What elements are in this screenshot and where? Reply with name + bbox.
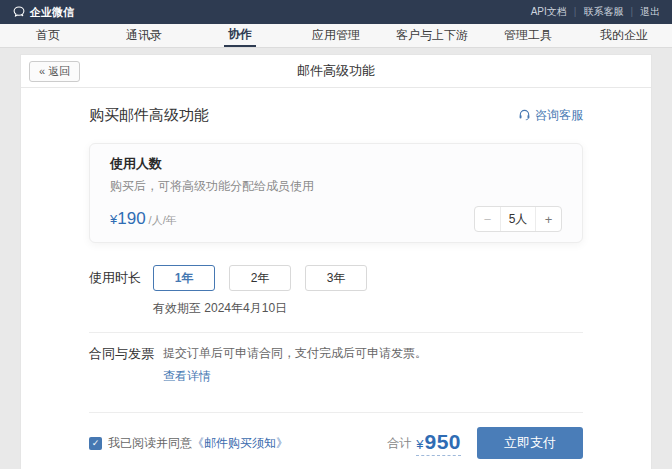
- user-count-stepper: − 5人 +: [474, 206, 562, 232]
- panel-body: 购买邮件高级功能 咨询客服 使用人数 购买后，可将高级功能分配给成员使用 ¥19…: [21, 88, 651, 469]
- nav-tab[interactable]: 我的企业: [576, 24, 672, 47]
- user-count-card: 使用人数 购买后，可将高级功能分配给成员使用 ¥190 /人/年 − 5人 +: [89, 143, 583, 243]
- card-price-row: ¥190 /人/年 − 5人 +: [110, 206, 562, 232]
- increment-button[interactable]: +: [536, 207, 561, 231]
- agree-text: 我已阅读并同意: [108, 435, 192, 452]
- nav-tab[interactable]: 首页: [0, 24, 96, 47]
- page-title: 邮件高级功能: [297, 62, 375, 80]
- price-unit: /人/年: [149, 213, 177, 228]
- decrement-button[interactable]: −: [475, 207, 500, 231]
- duration-option[interactable]: 3年: [305, 265, 367, 291]
- unit-price: ¥190 /人/年: [110, 209, 177, 229]
- pay-group: 合计 ¥950 立即支付: [387, 427, 583, 459]
- total-price: ¥950: [416, 430, 461, 456]
- brand[interactable]: 企业微信: [12, 5, 74, 20]
- user-count-value[interactable]: 5人: [500, 207, 536, 231]
- pay-button[interactable]: 立即支付: [477, 427, 583, 459]
- wecom-logo-icon: [12, 5, 26, 19]
- brand-name: 企业微信: [30, 5, 74, 20]
- heading-row: 购买邮件高级功能 咨询客服: [89, 106, 583, 125]
- currency-symbol: ¥: [110, 212, 117, 227]
- main-nav: 首页通讯录协作应用管理客户与上下游管理工具我的企业: [0, 24, 672, 48]
- card-title: 使用人数: [110, 155, 562, 173]
- total-amount: 950: [424, 430, 461, 454]
- consult-link[interactable]: 咨询客服: [518, 107, 583, 124]
- nav-tab[interactable]: 通讯录: [96, 24, 192, 47]
- duration-label: 使用时长: [89, 269, 153, 287]
- card-subtitle: 购买后，可将高级功能分配给成员使用: [110, 178, 562, 195]
- contract-row: 合同与发票 提交订单后可申请合同，支付完成后可申请发票。 查看详情: [89, 333, 583, 397]
- duration-row: 使用时长 1年2年3年: [89, 265, 583, 291]
- agreement-row: 我已阅读并同意 《邮件购买须知》: [89, 435, 288, 452]
- section-heading: 购买邮件高级功能: [89, 106, 209, 125]
- contract-body: 提交订单后可申请合同，支付完成后可申请发票。 查看详情: [163, 345, 427, 385]
- nav-tab[interactable]: 应用管理: [288, 24, 384, 47]
- duration-option[interactable]: 1年: [153, 265, 215, 291]
- view-details-link[interactable]: 查看详情: [163, 368, 211, 385]
- topbar-link[interactable]: API文档: [531, 5, 567, 19]
- total-label: 合计: [387, 435, 411, 452]
- panel: « 返回 邮件高级功能 购买邮件高级功能 咨询客服 使用人数 购买后，可将高级功…: [20, 54, 652, 469]
- back-button[interactable]: « 返回: [29, 61, 80, 82]
- nav-tab[interactable]: 客户与上下游: [384, 24, 480, 47]
- checkout-bar: 我已阅读并同意 《邮件购买须知》 合计 ¥950 立即支付: [89, 413, 583, 465]
- page: « 返回 邮件高级功能 购买邮件高级功能 咨询客服 使用人数 购买后，可将高级功…: [0, 48, 672, 469]
- panel-header: « 返回 邮件高级功能: [21, 55, 651, 88]
- topbar: 企业微信 API文档联系客服退出: [0, 0, 672, 24]
- price-amount: 190: [117, 209, 145, 229]
- topbar-link[interactable]: 退出: [623, 5, 660, 19]
- contract-label: 合同与发票: [89, 345, 163, 385]
- nav-tab[interactable]: 管理工具: [480, 24, 576, 47]
- nav-tab[interactable]: 协作: [192, 24, 288, 47]
- purchase-notice-link[interactable]: 《邮件购买须知》: [192, 435, 288, 452]
- duration-option[interactable]: 2年: [229, 265, 291, 291]
- topbar-links: API文档联系客服退出: [531, 5, 660, 19]
- consult-label: 咨询客服: [535, 107, 583, 124]
- duration-options: 1年2年3年: [153, 265, 367, 291]
- agree-checkbox[interactable]: [89, 437, 102, 450]
- contract-text: 提交订单后可申请合同，支付完成后可申请发票。: [163, 345, 427, 362]
- total-currency: ¥: [416, 437, 423, 452]
- expiry-date: 有效期至 2024年4月10日: [153, 300, 583, 317]
- topbar-link[interactable]: 联系客服: [567, 5, 624, 19]
- headset-icon: [518, 108, 531, 124]
